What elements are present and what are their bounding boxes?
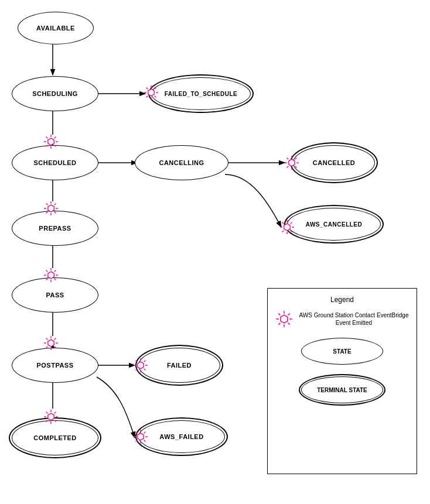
svg-marker-69 [284,224,290,231]
legend-item-terminal: TERMINAL STATE [275,376,409,406]
legend-title: Legend [275,296,409,304]
svg-line-113 [278,323,280,325]
svg-line-84 [144,369,146,371]
svg-line-57 [295,166,297,168]
legend-terminal-ellipse: TERMINAL STATE [301,376,383,403]
node-completed: COMPLETED [12,420,98,455]
svg-marker-105 [138,433,144,440]
svg-line-77 [46,347,48,348]
node-failed: FAILED [138,348,220,383]
svg-line-92 [46,412,48,414]
node-available: AVAILABLE [18,12,94,44]
legend-event-icon [275,310,294,328]
svg-line-68 [282,231,284,232]
svg-line-74 [46,338,48,340]
svg-line-95 [46,420,48,422]
svg-line-101 [136,432,138,434]
node-failed-to-schedule: FAILED_TO_SCHEDULE [151,77,251,110]
legend-item-state: STATE [275,338,409,367]
svg-marker-78 [48,340,54,347]
svg-line-21 [155,96,156,98]
svg-marker-60 [289,159,295,166]
svg-marker-51 [48,272,54,279]
svg-line-31 [54,137,56,139]
svg-line-50 [46,279,48,280]
node-aws-failed: AWS_FAILED [138,420,225,453]
diagram-container: AVAILABLE SCHEDULING FAILED_TO_SCHEDULE … [0,0,430,504]
svg-line-59 [287,166,289,168]
event-icon-ev5 [284,155,300,171]
svg-marker-24 [148,89,154,96]
svg-marker-114 [281,315,288,323]
event-icon-ev8 [132,357,149,373]
svg-line-76 [54,338,56,340]
svg-line-47 [46,270,48,272]
svg-line-111 [288,323,290,325]
svg-line-86 [136,369,138,371]
node-aws-cancelled: AWS_CANCELLED [287,208,381,241]
svg-marker-33 [48,138,54,145]
event-icon-ev3 [43,200,59,217]
svg-line-23 [146,96,148,98]
svg-line-65 [282,222,284,224]
event-icon-ev9 [43,409,59,425]
svg-line-58 [295,158,297,160]
svg-line-29 [46,137,48,139]
svg-line-56 [287,158,289,160]
svg-line-30 [54,145,56,147]
svg-line-49 [54,270,56,272]
svg-line-102 [144,440,146,442]
svg-marker-96 [48,413,54,420]
svg-line-32 [46,145,48,147]
svg-line-93 [54,420,56,422]
svg-line-39 [54,212,56,214]
node-scheduled: SCHEDULED [12,145,98,180]
legend-item-event: AWS Ground Station Contact EventBridge E… [275,310,409,328]
svg-line-112 [288,313,290,315]
svg-line-41 [46,212,48,214]
node-cancelling: CANCELLING [135,145,228,180]
svg-marker-42 [48,205,54,212]
node-scheduling: SCHEDULING [12,76,98,111]
svg-line-20 [146,88,148,90]
svg-line-66 [291,231,292,232]
node-postpass: POSTPASS [12,348,98,383]
svg-line-83 [136,361,138,362]
legend-event-label: AWS Ground Station Contact EventBridge E… [298,311,409,327]
svg-marker-87 [138,362,144,369]
svg-line-75 [54,347,56,348]
svg-line-110 [278,313,280,315]
svg-line-104 [136,440,138,442]
svg-line-85 [144,361,146,362]
legend-box: Legend AWS Ground Station Contact EventB… [267,288,417,474]
svg-line-40 [54,204,56,205]
legend-state-ellipse: STATE [301,338,383,365]
svg-line-94 [54,412,56,414]
svg-line-103 [144,432,146,434]
event-icon-ev1 [143,84,159,101]
event-icon-ev10 [132,428,149,445]
event-icon-ev2 [43,133,59,150]
svg-line-38 [46,204,48,205]
svg-line-48 [54,279,56,280]
event-icon-ev6 [279,219,295,235]
svg-line-67 [291,222,292,224]
node-cancelled: CANCELLED [293,145,375,180]
event-icon-ev4 [43,267,59,283]
event-icon-ev7 [43,335,59,351]
svg-line-22 [155,88,156,90]
